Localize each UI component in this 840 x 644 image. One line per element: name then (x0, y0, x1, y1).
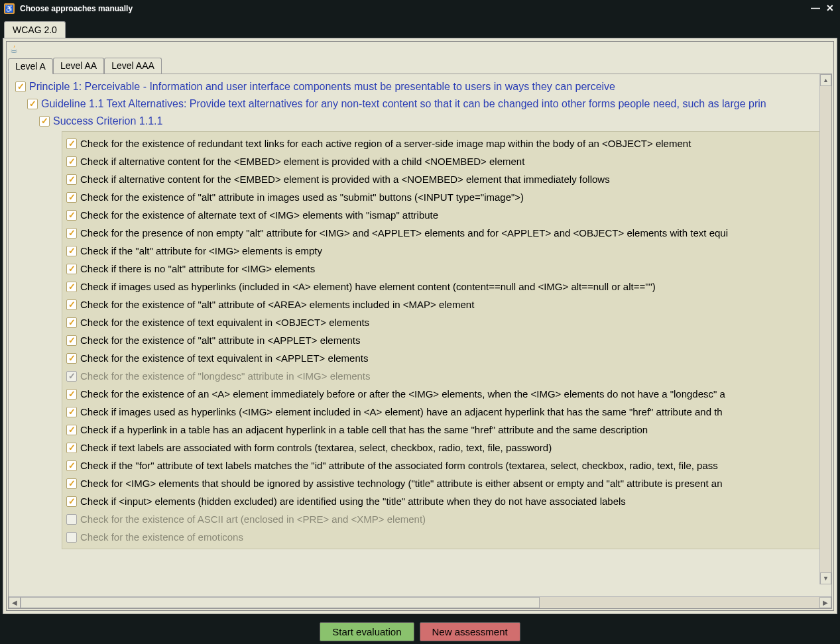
guideline-checkbox[interactable] (27, 99, 38, 109)
check-checkbox[interactable] (66, 192, 77, 203)
window-title: Choose approaches manually (20, 4, 807, 13)
check-row: Check for the existence of ASCII art (en… (62, 510, 831, 528)
scroll-left-icon[interactable]: ◀ (9, 597, 21, 608)
check-row: Check if there is no "alt" attribute for… (62, 260, 831, 278)
check-row: Check for the existence of "alt" attribu… (62, 188, 831, 206)
bottom-buttons: Start evaluation New assessment (0, 617, 840, 644)
check-label: Check for the existence of emoticons (80, 529, 243, 545)
tab-level-a[interactable]: Level A (8, 58, 53, 74)
check-label: Check for <IMG> elements that should be … (80, 476, 722, 491)
check-row: Check for the presence of non empty "alt… (62, 224, 831, 242)
outer-frame: WCAG 2.0 Level A Level AA Level AAA Prin… (0, 17, 840, 617)
check-label: Check if images used as hyperlinks (<IMG… (80, 404, 723, 419)
new-assessment-button[interactable]: New assessment (420, 622, 520, 641)
check-label: Check if there is no "alt" attribute for… (80, 261, 315, 276)
check-checkbox[interactable] (66, 353, 77, 364)
check-checkbox[interactable] (66, 246, 77, 256)
scroll-down-icon[interactable]: ▼ (820, 572, 831, 584)
check-label: Check for the existence of text equivale… (80, 315, 369, 330)
check-row: Check if text labels are associated with… (62, 439, 831, 456)
guideline-row: Guideline 1.1 Text Alternatives: Provide… (11, 95, 831, 113)
horizontal-scrollbar[interactable]: ◀ ▶ (9, 596, 831, 608)
check-row: Check if the "alt" attribute for <IMG> e… (62, 242, 831, 260)
tab-level-aa[interactable]: Level AA (53, 58, 104, 74)
check-row: Check for <IMG> elements that should be … (62, 474, 831, 492)
java-icon (9, 44, 19, 54)
h-scroll-track[interactable] (21, 597, 819, 608)
start-evaluation-button[interactable]: Start evaluation (320, 622, 414, 641)
check-checkbox (66, 532, 77, 543)
criterion-checkbox[interactable] (39, 116, 50, 127)
check-row: Check for the existence of emoticons (62, 528, 831, 546)
check-row: Check for the existence of "alt" attribu… (62, 295, 831, 313)
check-row: Check for the existence of "longdesc" at… (62, 367, 831, 385)
check-checkbox[interactable] (66, 282, 77, 292)
check-checkbox (66, 514, 77, 525)
check-checkbox[interactable] (66, 299, 77, 310)
inner-window: Level A Level AA Level AAA Principle 1: … (6, 41, 834, 611)
check-label: Check for the existence of redundant tex… (80, 136, 691, 151)
check-checkbox[interactable] (66, 210, 77, 221)
check-label: Check for the existence of "alt" attribu… (80, 297, 474, 312)
check-label: Check for the existence of "alt" attribu… (80, 189, 524, 205)
check-row: Check if the "for" attribute of text lab… (62, 456, 831, 474)
principle-row: Principle 1: Perceivable - Information a… (11, 78, 831, 95)
scroll-right-icon[interactable]: ▶ (819, 597, 831, 608)
check-label: Check if images used as hyperlinks (incl… (80, 279, 656, 294)
check-row: Check for the existence of an <A> elemen… (62, 385, 831, 403)
check-label: Check if a hyperlink in a table has an a… (80, 422, 648, 437)
tab-level-aaa[interactable]: Level AAA (104, 58, 162, 74)
check-checkbox (66, 371, 77, 382)
check-label: Check if the "for" attribute of text lab… (80, 458, 718, 473)
check-checkbox[interactable] (66, 443, 77, 453)
check-label: Check for the existence of text equivale… (80, 350, 368, 366)
guideline-label: Guideline 1.1 Text Alternatives: Provide… (41, 97, 766, 111)
check-checkbox[interactable] (66, 335, 77, 346)
titlebar: ♿ Choose approaches manually — ✕ (0, 0, 840, 17)
minimize-button[interactable]: — (810, 3, 821, 15)
check-row: Check for the existence of redundant tex… (62, 134, 831, 152)
content-frame: Level A Level AA Level AAA Principle 1: … (3, 38, 837, 614)
check-checkbox[interactable] (66, 478, 77, 489)
criterion-label: Success Criterion 1.1.1 (53, 114, 162, 129)
level-tabs: Level A Level AA Level AAA (7, 58, 833, 74)
inner-titlebar (7, 42, 833, 56)
vertical-scrollbar[interactable]: ▲ ▼ (819, 74, 831, 584)
check-checkbox[interactable] (66, 156, 77, 167)
check-checkbox[interactable] (66, 264, 77, 274)
criterion-row: Success Criterion 1.1.1 (11, 113, 831, 130)
check-checkbox[interactable] (66, 407, 77, 417)
check-label: Check for the existence of ASCII art (en… (80, 511, 426, 527)
check-label: Check if the "alt" attribute for <IMG> e… (80, 243, 322, 258)
tree-content: Principle 1: Perceivable - Information a… (9, 74, 831, 596)
tree-panel: Principle 1: Perceivable - Information a… (8, 74, 832, 609)
h-scroll-thumb[interactable] (21, 597, 540, 608)
check-checkbox[interactable] (66, 496, 77, 507)
check-checkbox[interactable] (66, 174, 77, 185)
check-label: Check for the existence of alternate tex… (80, 207, 438, 223)
tab-wcag[interactable]: WCAG 2.0 (4, 21, 66, 38)
check-row: Check for the existence of alternate tex… (62, 206, 831, 224)
app-icon: ♿ (4, 3, 15, 14)
check-row: Check if <input> elements (hidden exclud… (62, 492, 831, 510)
check-row: Check for the existence of text equivale… (62, 313, 831, 331)
check-row: Check if images used as hyperlinks (incl… (62, 278, 831, 295)
check-checkbox[interactable] (66, 317, 77, 328)
scroll-up-icon[interactable]: ▲ (820, 74, 831, 86)
check-checkbox[interactable] (66, 460, 77, 471)
check-row: Check if alternative content for the <EM… (62, 152, 831, 170)
check-checkbox[interactable] (66, 138, 77, 149)
check-checkbox[interactable] (66, 228, 77, 239)
check-label: Check if <input> elements (hidden exclud… (80, 494, 626, 509)
check-row: Check for the existence of "alt" attribu… (62, 331, 831, 349)
check-checkbox[interactable] (66, 389, 77, 400)
check-row: Check if a hyperlink in a table has an a… (62, 421, 831, 439)
checks-container: Check for the existence of redundant tex… (62, 131, 831, 549)
close-button[interactable]: ✕ (824, 3, 836, 15)
principle-checkbox[interactable] (15, 81, 26, 92)
check-row: Check for the existence of text equivale… (62, 349, 831, 367)
check-label: Check for the presence of non empty "alt… (80, 225, 728, 241)
check-checkbox[interactable] (66, 425, 77, 435)
check-label: Check if text labels are associated with… (80, 440, 552, 455)
check-label: Check for the existence of an <A> elemen… (80, 386, 725, 402)
